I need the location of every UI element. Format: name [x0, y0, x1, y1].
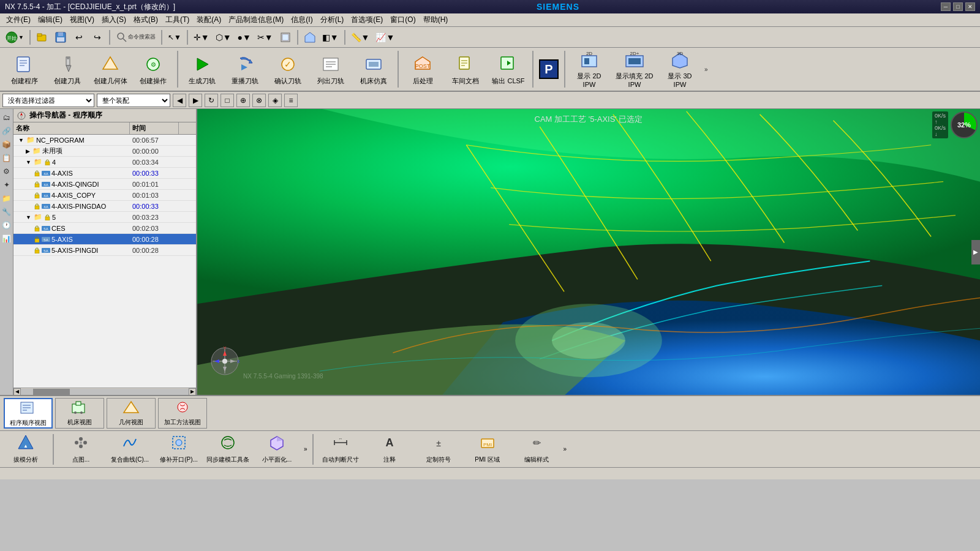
- filter-opt1-btn[interactable]: □: [221, 94, 234, 107]
- cmd-finder[interactable]: 命令搜索器: [113, 29, 158, 46]
- hscroll-thumb[interactable]: [33, 389, 70, 395]
- point-cloud-button[interactable]: 点图...: [59, 433, 103, 465]
- show-3d-ipw-button[interactable]: 3D 显示 3D IPW: [659, 50, 701, 89]
- menu-item-5[interactable]: 工具(T): [162, 13, 193, 26]
- nav-row-4axis-pingdao[interactable]: 4A 4-AXIS-PINGDAO 00:00:33: [13, 201, 196, 212]
- filter-select[interactable]: 没有选择过滤器: [2, 94, 94, 107]
- create-tool-button[interactable]: 创建刀具: [47, 50, 88, 89]
- cut-btn[interactable]: ✂▼: [255, 29, 276, 46]
- filter-refresh-btn[interactable]: ↻: [205, 94, 218, 107]
- unused-toggle[interactable]: ▶: [26, 148, 30, 154]
- save-button[interactable]: [52, 29, 69, 46]
- menu-item-9[interactable]: 分析(L): [317, 13, 348, 26]
- tab-machining-method-view[interactable]: 加工方法视图: [158, 398, 207, 429]
- view-btn[interactable]: ⬡▼: [213, 29, 234, 46]
- patch-opening-button[interactable]: 修补开口(P)...: [157, 433, 201, 465]
- create-geometry-button[interactable]: 创建几何体: [89, 50, 131, 89]
- generate-toolpath-button[interactable]: 生成刀轨: [181, 50, 223, 89]
- filter-opt4-btn[interactable]: ◈: [268, 94, 282, 107]
- minimize-button[interactable]: ─: [941, 2, 951, 11]
- undo-btn[interactable]: ↩: [70, 29, 88, 46]
- perf-circle[interactable]: 32%: [951, 111, 978, 138]
- left-icon-1[interactable]: 🗂: [1, 111, 13, 124]
- nav-row-5axis[interactable]: 5A 5-AXIS 00:00:28: [13, 234, 196, 245]
- measure-btn[interactable]: 📏▼: [349, 29, 372, 46]
- nav-row-4[interactable]: ▼ 📁 4 00:03:34: [13, 157, 196, 168]
- nav-row-5axis-pingdi[interactable]: 5A 5-AXIS-PINGDI 00:00:28: [13, 245, 196, 256]
- orient-btn[interactable]: [277, 29, 294, 46]
- left-icon-6[interactable]: ✦: [1, 179, 13, 191]
- menu-item-1[interactable]: 编辑(E): [34, 13, 66, 26]
- nav-row-unused[interactable]: ▶ 📁 未用项 00:00:00: [13, 146, 196, 157]
- hscroll-left[interactable]: ◀: [13, 388, 21, 395]
- annotation-button[interactable]: A 注释: [368, 433, 412, 465]
- right-expand-arrow[interactable]: ▶: [971, 240, 980, 264]
- left-icon-9[interactable]: 🕐: [1, 219, 13, 231]
- left-icon-5[interactable]: ⚙: [1, 165, 13, 178]
- menu-item-2[interactable]: 视图(V): [66, 13, 98, 26]
- restore-button[interactable]: □: [953, 2, 963, 11]
- filter-next-btn[interactable]: ▶: [189, 94, 202, 107]
- shade-btn[interactable]: ●▼: [235, 29, 254, 46]
- confirm-toolpath-button[interactable]: ✓ 确认刀轨: [267, 50, 309, 89]
- nav-row-ces[interactable]: 5A CES 00:02:03: [13, 223, 196, 234]
- tab-machine-view[interactable]: 机床视图: [55, 398, 104, 429]
- menu-item-4[interactable]: 格式(B): [130, 13, 162, 26]
- nc-toggle[interactable]: ▼: [18, 137, 24, 143]
- redo-btn[interactable]: ↪: [89, 29, 106, 46]
- nav-row-nc[interactable]: ▼ 📁 NC_PROGRAM 00:06:57: [13, 135, 196, 146]
- clip-btn[interactable]: ◧▼: [320, 29, 341, 46]
- snap-btn[interactable]: ✛▼: [191, 29, 212, 46]
- nav-row-5[interactable]: ▼ 📁 5 00:03:23: [13, 212, 196, 223]
- left-icon-3[interactable]: 📦: [1, 138, 13, 151]
- create-operation-button[interactable]: ⚙ 创建操作: [132, 50, 174, 89]
- workshop-doc-button[interactable]: 车间文档: [445, 50, 486, 89]
- show-fill-2d-ipw-button[interactable]: 2D+ 显示填充 2D IPW: [611, 50, 658, 89]
- postprocess-button[interactable]: POST 后处理: [402, 50, 443, 89]
- start-button[interactable]: 开始 ▼: [2, 29, 26, 46]
- tab-program-order[interactable]: 程序顺序视图: [4, 398, 53, 429]
- nav-row-4axis-qingdi[interactable]: 4A 4-AXIS-QINGDI 00:01:01: [13, 179, 196, 190]
- 4-toggle[interactable]: ▼: [26, 159, 31, 165]
- composite-curve-button[interactable]: 复合曲线(C)...: [108, 433, 152, 465]
- create-program-button[interactable]: 创建程序: [4, 50, 45, 89]
- bt2-expand-btn[interactable]: »: [304, 446, 307, 452]
- replay-toolpath-button[interactable]: 重播刀轨: [224, 50, 266, 89]
- tab-geometry-view[interactable]: 几何视图: [107, 398, 156, 429]
- filter-opt2-btn[interactable]: ⊕: [236, 94, 250, 107]
- menu-item-10[interactable]: 首选项(E): [347, 13, 386, 26]
- auto-dimension-button[interactable]: ↔ 自动判断尺寸: [318, 433, 363, 465]
- analysis-btn[interactable]: 📈▼: [373, 29, 397, 46]
- nav-row-4axis[interactable]: 4A 4-AXIS 00:00:33: [13, 168, 196, 179]
- compass-widget[interactable]: Y X: [209, 346, 240, 377]
- menu-item-11[interactable]: 窗口(O): [386, 13, 419, 26]
- assembly-select[interactable]: 整个装配: [97, 94, 170, 107]
- output-clsf-button[interactable]: 输出 CLSF: [488, 50, 529, 89]
- 5-toggle[interactable]: ▼: [26, 214, 31, 220]
- left-icon-7[interactable]: 📁: [1, 192, 13, 204]
- bt3-expand-btn[interactable]: »: [564, 446, 567, 452]
- nav-row-4axis-copy[interactable]: 4A 4-AXIS_COPY 00:01:03: [13, 190, 196, 201]
- filter-opt3-btn[interactable]: ⊗: [252, 94, 266, 107]
- hscroll-right[interactable]: ▶: [189, 388, 196, 395]
- select-btn[interactable]: ↖▼: [165, 29, 184, 46]
- menu-item-0[interactable]: 文件(E): [2, 13, 34, 26]
- machine-sim-button[interactable]: 机床仿真: [353, 50, 394, 89]
- filter-prev-btn[interactable]: ◀: [173, 94, 186, 107]
- draft-analysis-button[interactable]: ▲ 拔模分析: [4, 433, 48, 465]
- open-button[interactable]: [34, 29, 51, 46]
- p-button[interactable]: P: [537, 50, 561, 89]
- menu-item-12[interactable]: 帮助(H): [420, 13, 452, 26]
- menu-item-6[interactable]: 装配(A): [193, 13, 225, 26]
- sync-modeling-button[interactable]: 同步建模工具条: [206, 433, 250, 465]
- list-toolpath-button[interactable]: 列出刀轨: [310, 50, 352, 89]
- left-icon-4[interactable]: 📋: [1, 152, 13, 164]
- menu-item-8[interactable]: 信息(I): [287, 13, 316, 26]
- view3d-btn[interactable]: [301, 29, 318, 46]
- left-icon-10[interactable]: 📊: [1, 233, 13, 245]
- close-button[interactable]: ✕: [965, 2, 975, 11]
- faceting-button[interactable]: 小平面化...: [255, 433, 299, 465]
- filter-opt5-btn[interactable]: ≡: [284, 94, 298, 107]
- menu-item-3[interactable]: 插入(S): [98, 13, 130, 26]
- left-icon-2[interactable]: 🔗: [1, 125, 13, 137]
